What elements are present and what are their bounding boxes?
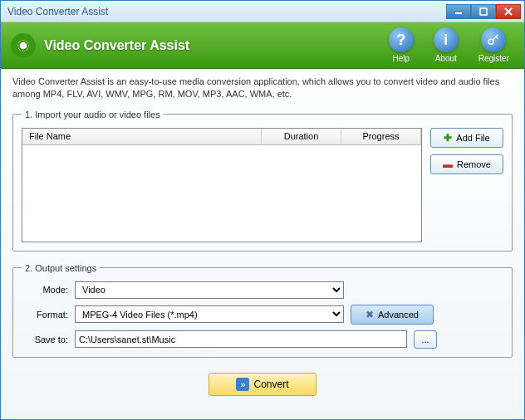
info-icon: i bbox=[434, 27, 459, 52]
advanced-label: Advanced bbox=[378, 310, 419, 320]
help-button[interactable]: ? Help bbox=[389, 27, 414, 63]
arrow-right-icon: » bbox=[236, 378, 249, 391]
minimize-button[interactable] bbox=[446, 4, 471, 19]
svg-point-13 bbox=[488, 39, 493, 44]
content-area: Video Converter Assist is an easy-to-use… bbox=[1, 69, 524, 419]
output-rows: Mode: Video Format: MPEG-4 Video Files (… bbox=[22, 281, 503, 349]
svg-line-12 bbox=[27, 39, 29, 41]
import-body: File Name Duration Progress ✚ Add File ▬… bbox=[22, 128, 503, 242]
footer: » Convert bbox=[12, 369, 513, 403]
format-label: Format: bbox=[22, 310, 68, 320]
help-label: Help bbox=[392, 54, 410, 63]
svg-point-4 bbox=[19, 41, 28, 50]
import-legend: 1. Import your audio or video files bbox=[22, 110, 164, 120]
file-table-body[interactable] bbox=[22, 145, 421, 242]
saveto-input[interactable] bbox=[75, 330, 407, 348]
key-icon bbox=[481, 27, 506, 52]
close-button[interactable] bbox=[496, 4, 521, 19]
description-text: Video Converter Assist is an easy-to-use… bbox=[12, 76, 513, 101]
format-select[interactable]: MPEG-4 Video Files (*.mp4) bbox=[75, 305, 344, 323]
add-file-button[interactable]: ✚ Add File bbox=[430, 128, 503, 148]
ribbon: Video Converter Assist ? Help i About Re… bbox=[1, 22, 524, 69]
svg-line-9 bbox=[17, 39, 18, 41]
file-table-header: File Name Duration Progress bbox=[22, 129, 421, 145]
col-duration[interactable]: Duration bbox=[262, 129, 341, 144]
svg-line-15 bbox=[496, 37, 498, 38]
about-button[interactable]: i About bbox=[434, 27, 459, 63]
convert-label: Convert bbox=[253, 378, 288, 390]
file-table[interactable]: File Name Duration Progress bbox=[22, 128, 422, 242]
browse-button[interactable]: ... bbox=[414, 330, 437, 349]
saveto-row: Save to: ... bbox=[22, 330, 503, 349]
mode-row: Mode: Video bbox=[22, 281, 503, 299]
convert-button[interactable]: » Convert bbox=[209, 373, 316, 396]
ribbon-title: Video Converter Assist bbox=[44, 38, 389, 53]
advanced-button[interactable]: ✖ Advanced bbox=[351, 305, 434, 325]
mode-select[interactable]: Video bbox=[75, 281, 344, 299]
register-button[interactable]: Register bbox=[478, 27, 509, 63]
add-file-label: Add File bbox=[456, 133, 489, 143]
app-window: Video Converter Assist Video Converter A… bbox=[0, 0, 525, 420]
svg-line-10 bbox=[27, 50, 29, 51]
minus-icon: ▬ bbox=[443, 159, 453, 170]
maximize-button[interactable] bbox=[471, 4, 496, 19]
help-icon: ? bbox=[389, 27, 414, 52]
remove-button[interactable]: ▬ Remove bbox=[430, 154, 503, 174]
col-filename[interactable]: File Name bbox=[22, 129, 262, 144]
output-fieldset: 2. Output settings Mode: Video Format: M… bbox=[12, 263, 513, 358]
svg-line-11 bbox=[17, 50, 18, 51]
window-controls bbox=[446, 4, 521, 19]
about-label: About bbox=[435, 54, 457, 63]
browse-label: ... bbox=[421, 335, 429, 344]
mode-label: Mode: bbox=[22, 285, 68, 295]
format-row: Format: MPEG-4 Video Files (*.mp4) ✖ Adv… bbox=[22, 305, 503, 325]
remove-label: Remove bbox=[457, 159, 491, 169]
import-side-buttons: ✚ Add File ▬ Remove bbox=[430, 128, 503, 242]
register-label: Register bbox=[478, 54, 509, 63]
svg-rect-1 bbox=[480, 8, 487, 15]
import-fieldset: 1. Import your audio or video files File… bbox=[12, 110, 513, 252]
plus-icon: ✚ bbox=[444, 132, 452, 144]
window-title: Video Converter Assist bbox=[7, 6, 446, 17]
output-legend: 2. Output settings bbox=[22, 263, 100, 273]
ribbon-buttons: ? Help i About Register bbox=[389, 27, 509, 63]
col-progress[interactable]: Progress bbox=[341, 129, 421, 144]
titlebar: Video Converter Assist bbox=[1, 1, 524, 22]
app-logo-icon bbox=[11, 33, 36, 58]
tools-icon: ✖ bbox=[366, 309, 374, 320]
saveto-label: Save to: bbox=[22, 335, 68, 344]
